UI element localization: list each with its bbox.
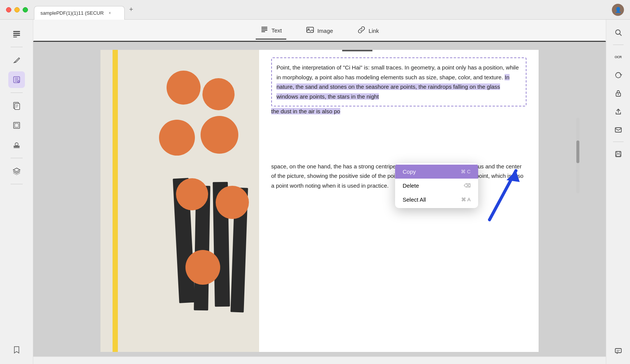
pdf-text-section[interactable]: Point, the interpretation of "Ci Hai" is…: [259, 50, 539, 352]
traffic-lights: [6, 7, 28, 12]
email-button[interactable]: [611, 122, 626, 137]
content-area: Text Image: [33, 20, 606, 364]
save-button[interactable]: [611, 147, 626, 162]
context-menu-copy[interactable]: Copy ⌘ C: [395, 165, 478, 179]
svg-rect-15: [261, 30, 267, 31]
vertical-scrollbar[interactable]: [576, 118, 579, 193]
text-selection-area: Point, the interpretation of "Ci Hai" is…: [271, 57, 527, 116]
toolbar-image-button[interactable]: Image: [301, 23, 338, 39]
orange-circle-1: [167, 71, 201, 105]
sidebar-divider-4: [11, 184, 23, 184]
toolbar-link-button[interactable]: Link: [353, 23, 384, 39]
svg-rect-0: [13, 31, 20, 32]
svg-rect-2: [13, 35, 20, 36]
orange-circle-6: [216, 186, 249, 219]
svg-rect-1: [13, 33, 20, 34]
delete-shortcut: ⌫: [464, 183, 471, 188]
comment-button[interactable]: [611, 344, 626, 359]
svg-rect-17: [307, 27, 313, 32]
sidebar-divider-3: [11, 158, 23, 158]
link-tool-icon: [357, 26, 366, 36]
lock-button[interactable]: [611, 86, 626, 101]
svg-rect-14: [261, 28, 267, 29]
svg-point-22: [618, 94, 619, 95]
svg-rect-26: [616, 154, 620, 156]
orange-circle-5: [176, 178, 208, 210]
pdf-paragraph-1b: the dust in the air is also po: [271, 106, 527, 116]
text-tool-icon: [260, 25, 269, 35]
svg-rect-11: [15, 143, 18, 146]
copy-label: Copy: [403, 168, 416, 175]
pdf-image-section: [100, 50, 259, 352]
tab-close-button[interactable]: ×: [107, 10, 113, 16]
svg-rect-12: [14, 147, 20, 148]
svg-rect-3: [13, 37, 17, 37]
toolbar-text-button[interactable]: Text: [256, 22, 287, 40]
paragraph-1-highlighted-2: the dust in the air is also po: [271, 108, 340, 114]
context-menu-delete[interactable]: Delete ⌫: [395, 179, 478, 193]
context-menu-select-all[interactable]: Select All ⌘ A: [395, 193, 478, 207]
sidebar-item-edit[interactable]: [8, 71, 25, 88]
paragraph-1-normal: Point, the interpretation of "Ci Hai" is…: [276, 64, 519, 80]
ocr-button[interactable]: OCR: [611, 49, 626, 65]
pdf-page: Point, the interpretation of "Ci Hai" is…: [100, 50, 539, 352]
toolbar-image-label: Image: [317, 28, 333, 34]
right-sidebar-divider-2: [613, 142, 624, 142]
titlebar: samplePDF(1)(1)11 (SECUR × + 👤: [0, 0, 630, 20]
select-all-label: Select All: [403, 196, 426, 203]
context-menu[interactable]: Copy ⌘ C Delete ⌫ Select All ⌘ A: [395, 163, 478, 208]
orange-circle-7: [185, 250, 220, 285]
share-button[interactable]: [611, 104, 626, 119]
left-sidebar: [0, 20, 33, 364]
svg-rect-16: [261, 31, 265, 32]
sidebar-divider-1: [11, 47, 23, 47]
orange-circle-2: [202, 78, 235, 110]
minimize-button[interactable]: [14, 7, 20, 12]
sidebar-item-book[interactable]: [8, 26, 25, 42]
orange-circle-4: [201, 116, 238, 154]
search-button[interactable]: [611, 25, 626, 40]
scrollbar-thumb[interactable]: [576, 140, 579, 163]
new-tab-button[interactable]: +: [128, 4, 135, 15]
pdf-paragraph-1: Point, the interpretation of "Ci Hai" is…: [271, 57, 527, 106]
user-avatar[interactable]: 👤: [612, 4, 624, 16]
convert-button[interactable]: [611, 68, 626, 83]
delete-label: Delete: [403, 182, 419, 189]
image-tool-icon: [306, 26, 314, 36]
sidebar-item-markup[interactable]: [8, 52, 25, 68]
active-tab[interactable]: samplePDF(1)(1)11 (SECUR ×: [34, 6, 125, 20]
svg-rect-9: [15, 123, 19, 127]
sidebar-divider-2: [11, 93, 23, 93]
tab-bar: samplePDF(1)(1)11 (SECUR × +: [34, 3, 612, 17]
yellow-stripe: [113, 50, 118, 352]
svg-point-20: [616, 30, 620, 34]
right-sidebar-divider-1: [613, 45, 624, 45]
copy-shortcut: ⌘ C: [461, 169, 471, 174]
sidebar-item-bookmark[interactable]: [8, 341, 25, 358]
toolbar: Text Image: [33, 20, 606, 42]
select-all-shortcut: ⌘ A: [461, 197, 471, 202]
pdf-area[interactable]: Point, the interpretation of "Ci Hai" is…: [33, 42, 606, 356]
toolbar-text-label: Text: [272, 27, 282, 34]
sidebar-item-layers[interactable]: [8, 163, 25, 179]
svg-rect-13: [261, 27, 267, 28]
sidebar-item-crop[interactable]: [8, 117, 25, 134]
art-canvas: [100, 50, 259, 352]
app-body: Text Image: [0, 20, 630, 364]
sidebar-item-pages[interactable]: [8, 97, 25, 114]
tab-title: samplePDF(1)(1)11 (SECUR: [40, 10, 104, 16]
svg-rect-23: [615, 128, 621, 132]
page-viewer: Point, the interpretation of "Ci Hai" is…: [33, 42, 606, 356]
orange-circle-3: [159, 120, 195, 156]
maximize-button[interactable]: [23, 7, 28, 12]
close-button[interactable]: [6, 7, 11, 12]
toolbar-link-label: Link: [369, 28, 379, 34]
bottom-scrollbar-bar: [33, 356, 606, 364]
right-sidebar: OCR: [606, 20, 630, 364]
sidebar-item-stamp[interactable]: [8, 137, 25, 153]
svg-rect-7: [15, 103, 20, 110]
